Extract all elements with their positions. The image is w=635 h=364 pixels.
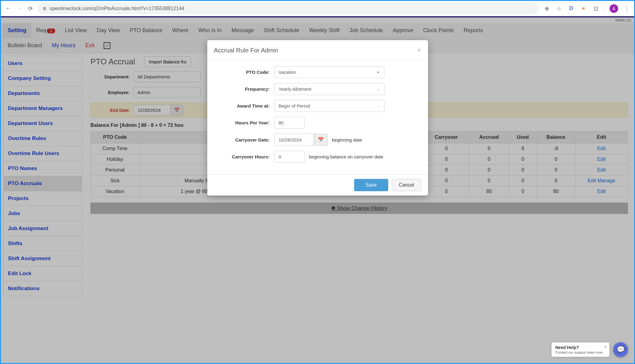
help-title: Need Help? (555, 345, 606, 350)
cancel-button[interactable]: Cancel (392, 179, 421, 191)
hours-per-year-label: Hours Per Year: (215, 120, 270, 125)
chevron-down-icon: ⌄ (377, 87, 380, 91)
chevron-down-icon: ⌄ (377, 104, 380, 108)
chevron-down-icon: ▼ (377, 70, 380, 74)
award-time-select[interactable]: Begin of Period ⌄ (274, 100, 384, 112)
frequency-value: Yearly Allotment (279, 86, 312, 92)
beginning-date-text: beginning date (332, 137, 362, 142)
pto-code-value: Vacation (279, 70, 296, 75)
carryover-hours-input[interactable] (274, 151, 305, 163)
save-button[interactable]: Save (354, 179, 388, 191)
calendar-icon: 📅 (318, 137, 324, 142)
reload-icon[interactable]: ⟳ (27, 5, 34, 12)
accrual-rule-modal: Accrual Rule For Admin × PTO Code: Vacat… (207, 40, 428, 195)
modal-close-button[interactable]: × (417, 46, 421, 54)
url-text: opentimeclock.com/q2/mPtoAccruals.html?v… (50, 6, 184, 11)
kebab-icon[interactable]: ⋮ (623, 5, 630, 12)
chat-bubble-icon[interactable]: 💬 (613, 342, 628, 357)
help-card[interactable]: × Need Help? Contact our support team no… (551, 342, 610, 357)
carryover-date-input[interactable] (274, 134, 314, 146)
install-icon[interactable]: ⊕ (543, 5, 550, 12)
browser-chrome: ← → ⟳ ⚙ opentimeclock.com/q2/mPtoAccrual… (1, 1, 634, 16)
award-time-value: Begin of Period (279, 103, 310, 108)
frequency-label: Frequency: (215, 86, 270, 92)
forward-icon[interactable]: → (16, 5, 23, 12)
back-icon[interactable]: ← (5, 5, 12, 12)
help-sub: Contact our support team now. (555, 351, 606, 354)
frequency-select[interactable]: Yearly Allotment ⌄ (274, 83, 384, 95)
pto-code-label: PTO Code: (215, 70, 270, 75)
pto-code-select[interactable]: Vacation ▼ (274, 66, 384, 78)
award-time-label: Award Time at: (215, 103, 270, 108)
help-close-icon[interactable]: × (604, 344, 607, 349)
carryover-date-calendar-button[interactable]: 📅 (314, 134, 328, 146)
beginning-balance-text: beginning balance on carryover date (309, 154, 384, 159)
profile-avatar[interactable]: A (610, 4, 618, 13)
help-widget: × Need Help? Contact our support team no… (551, 342, 628, 357)
carryover-date-label: Carryover Date: (215, 137, 270, 142)
url-bar[interactable]: ⚙ opentimeclock.com/q2/mPtoAccruals.html… (38, 3, 539, 14)
hours-per-year-input[interactable] (274, 117, 305, 129)
modal-title: Accrual Rule For Admin (214, 47, 278, 54)
extensions-icon[interactable]: ⊡ (592, 5, 599, 12)
bookmark-icon[interactable]: ☆ (555, 5, 563, 12)
carryover-hours-label: Carryover Hours: (215, 154, 270, 159)
site-settings-icon[interactable]: ⚙ (43, 6, 47, 11)
ext-sun-icon[interactable]: ☀ (580, 5, 587, 12)
ext-d-icon[interactable]: D (568, 5, 575, 12)
